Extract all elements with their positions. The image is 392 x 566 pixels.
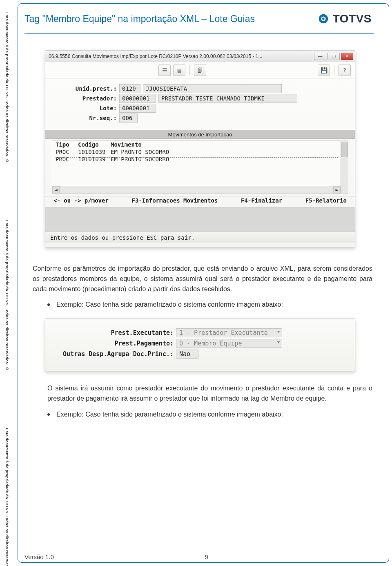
toolbar: ☰ ▤ 🗐 💾 ? — [45, 62, 355, 78]
label-prest-executante: Prest.Executante: — [53, 329, 176, 336]
page-footer: Versão 1.0 9 — [24, 553, 384, 560]
toolbar-list-icon[interactable]: ☰ — [158, 65, 171, 76]
chevron-down-icon — [277, 341, 280, 343]
header-divider — [24, 33, 374, 34]
window-maximize-button[interactable]: ▢ — [327, 53, 340, 60]
screenshot-parametros: Prest.Executante: 1 - Prestador Executan… — [45, 318, 355, 371]
footer-version: Versão 1.0 — [24, 553, 54, 560]
col-movimento: Movimento — [111, 141, 345, 148]
doc-title: Tag "Membro Equipe" na importação XML – … — [24, 13, 255, 25]
hint-f4: F4-Finalizar — [241, 197, 282, 204]
ownership-text: Este documento é de propriedade da TOTVS… — [5, 428, 9, 566]
paragraph-2: O sistema irá assumir como prestador exe… — [47, 383, 372, 404]
field-prestador-name: PRESTADOR TESTE CHAMADO TIDMKI — [158, 94, 297, 103]
window-titlebar: 06.9.5556 Consulta Movimentos Imp/Exp po… — [45, 51, 355, 62]
bullet-text-1: Exemplo: Caso tenha sido parametrizado o… — [56, 300, 283, 310]
table-row[interactable]: PROC 10101039 EM PRONTO SOCORRO — [52, 148, 348, 156]
col-codigo: Codigo — [78, 141, 111, 148]
window-title: 06.9.5556 Consulta Movimentos Imp/Exp po… — [49, 53, 262, 59]
bullet-icon — [47, 303, 50, 306]
ownership-sidebar: Este documento é de propriedade da TOTVS… — [5, 12, 12, 551]
hint-f5: F5-Relatorio — [305, 197, 347, 204]
field-outras-desp[interactable]: Nao — [176, 350, 198, 359]
status-bar: Entre os dados ou pressione ESC para sai… — [45, 232, 355, 243]
toolbar-doc-icon[interactable]: ▤ — [173, 65, 185, 76]
table-row[interactable]: PROC 10101039 EM PRONTO SOCORRO — [52, 156, 348, 163]
hint-f3: F3-Informacoes Movimentos — [132, 197, 218, 204]
row-separator — [56, 157, 338, 158]
scroll-right-icon[interactable]: ► — [333, 186, 341, 194]
label-lote: Lote: — [52, 105, 119, 111]
field-nrseq[interactable]: 006 — [119, 114, 138, 123]
label-prestador: Prestador: — [52, 95, 119, 102]
paragraph-1: Conforme os parâmetros de importação do … — [33, 264, 372, 294]
brand-logo: TOTVS — [317, 12, 372, 25]
toolbar-report-icon[interactable]: 🗐 — [194, 65, 206, 76]
toolbar-save-icon[interactable]: 💾 — [318, 65, 330, 76]
bullet-icon — [47, 413, 50, 416]
scroll-thumb[interactable] — [341, 143, 348, 157]
ownership-text: Este documento é de propriedade da TOTVS… — [5, 12, 9, 163]
footer-page-number: 9 — [205, 553, 208, 560]
field-lote[interactable]: 00000001 — [119, 104, 156, 113]
status-text: Entre os dados ou pressione ESC para sai… — [50, 234, 195, 241]
label-prest-pagamento: Prest.Pagamento: — [53, 340, 176, 347]
screenshot-window-consulta: 06.9.5556 Consulta Movimentos Imp/Exp po… — [45, 50, 355, 247]
window-minimize-button[interactable]: — — [314, 53, 326, 60]
label-outras-desp: Outras Desp.Agrupa Doc.Princ.: — [53, 350, 176, 358]
svg-point-2 — [322, 18, 325, 20]
ownership-text: Este documento é de propriedade da TOTVS… — [5, 220, 9, 371]
blank-panel — [45, 207, 355, 232]
bullet-text-2: Exemplo: Caso tenha sido parametrizado o… — [56, 410, 283, 420]
col-tipo: Tipo — [56, 141, 78, 148]
hint-move: <- ou -> p/mover — [53, 197, 109, 204]
totvs-icon — [317, 13, 330, 25]
field-prest-executante[interactable]: 1 - Prestador Executante — [176, 328, 282, 337]
horizontal-scrollbar[interactable]: ◄ ► — [52, 186, 341, 193]
scroll-left-icon[interactable]: ◄ — [52, 186, 60, 194]
doc-header: Tag "Membro Equipe" na importação XML – … — [24, 12, 384, 25]
vertical-scrollbar[interactable] — [341, 141, 348, 193]
grid-movimentos: Tipo Codigo Movimento PROC 10101039 EM P… — [52, 140, 348, 194]
field-unid-prest-name: JJUOSIQEFATA — [143, 84, 282, 93]
label-unid-prest: Unid.prest.: — [52, 85, 119, 92]
chevron-down-icon — [277, 331, 280, 333]
label-nrseq: Nr.seq.: — [52, 115, 119, 121]
field-unid-prest-code[interactable]: 0120 — [119, 84, 140, 93]
window-close-button[interactable]: ✕ — [341, 53, 353, 60]
brand-name: TOTVS — [333, 12, 372, 25]
keyboard-hints: <- ou -> p/mover F3-Informacoes Moviment… — [45, 196, 355, 207]
section-header-movimentos: Movimentos de Importacao — [45, 130, 355, 139]
field-prest-pagamento[interactable]: 0 - Membro Equipe — [176, 339, 282, 348]
field-prestador-code[interactable]: 00000001 — [119, 94, 156, 103]
toolbar-help-icon[interactable]: ? — [339, 65, 351, 76]
